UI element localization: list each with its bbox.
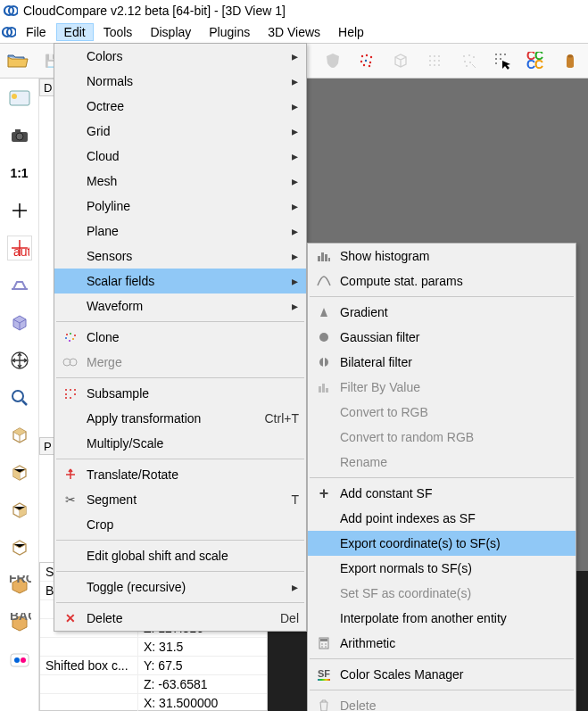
mi-compute-stat[interactable]: Compute stat. params <box>308 269 576 293</box>
mi-subsample[interactable]: Subsample <box>54 381 306 406</box>
svg-point-15 <box>429 60 431 62</box>
gaussian-icon <box>313 328 335 346</box>
mi-show-histogram[interactable]: Show histogram <box>308 244 576 269</box>
open-icon[interactable] <box>5 48 30 73</box>
view-sun-icon[interactable] <box>7 86 32 111</box>
menu-display[interactable]: Display <box>142 23 199 41</box>
mi-filter-value[interactable]: Filter By Value <box>308 375 576 400</box>
svg-point-11 <box>369 65 370 67</box>
mi-interpolate[interactable]: Interpolate from another entity <box>308 606 576 631</box>
mi-mesh[interactable]: Mesh▸ <box>54 169 306 194</box>
mi-segment[interactable]: ✂SegmentT <box>54 487 306 512</box>
mi-crop[interactable]: Crop <box>54 512 306 537</box>
mi-export-coord-sf[interactable]: Export coordinate(s) to SF(s) <box>308 531 576 556</box>
mi-delete[interactable]: ✕DeleteDel <box>54 606 306 631</box>
svg-point-8 <box>365 60 367 62</box>
scale-1-1-icon[interactable]: 1:1 <box>7 161 32 186</box>
svg-point-43 <box>16 133 23 140</box>
points-1-icon[interactable] <box>422 48 447 73</box>
mi-octree[interactable]: Octree▸ <box>54 94 306 119</box>
flickr-icon[interactable] <box>7 648 32 673</box>
svg-point-9 <box>369 62 371 63</box>
menu-help[interactable]: Help <box>330 23 372 41</box>
view-top-icon[interactable] <box>7 423 32 448</box>
svg-point-62 <box>74 335 76 336</box>
bag-icon[interactable] <box>558 48 583 73</box>
scalar-fields-submenu: Show histogram Compute stat. params Grad… <box>307 243 576 711</box>
segment-icon: ✂ <box>60 491 81 508</box>
mi-apply-transform[interactable]: Apply transformationCtrl+T <box>54 406 306 431</box>
mi-normals[interactable]: Normals▸ <box>54 69 306 94</box>
svg-point-30 <box>504 54 506 55</box>
svg-point-5 <box>366 54 368 56</box>
mi-clone[interactable]: Clone <box>54 325 306 350</box>
svg-point-17 <box>438 60 440 62</box>
mi-cloud[interactable]: Cloud▸ <box>54 144 306 169</box>
svg-point-60 <box>72 338 74 340</box>
view-back-icon[interactable] <box>7 535 32 560</box>
trash-icon <box>313 697 335 711</box>
mi-set-sf-coord[interactable]: Set SF as coordinate(s) <box>308 581 576 606</box>
mi-convert-rgb[interactable]: Convert to RGB <box>308 400 576 425</box>
level-icon[interactable] <box>7 273 32 298</box>
menu-tools[interactable]: Tools <box>95 23 141 41</box>
prop-shifted-x2: X: 31.500000 <box>138 694 267 711</box>
points-2-icon[interactable] <box>456 48 481 73</box>
view-front-icon[interactable] <box>7 460 32 485</box>
mi-waveform[interactable]: Waveform▸ <box>54 293 306 318</box>
view-left-icon[interactable] <box>7 498 32 523</box>
mi-convert-random-rgb[interactable]: Convert to random RGB <box>308 425 576 450</box>
mi-add-point-indexes[interactable]: Add point indexes as SF <box>308 506 576 531</box>
mi-merge[interactable]: Merge <box>54 350 306 375</box>
move-icon[interactable] <box>7 348 32 373</box>
mi-arithmetic[interactable]: Arithmetic <box>308 631 576 656</box>
mi-grid[interactable]: Grid▸ <box>54 119 306 144</box>
svg-point-71 <box>70 397 71 399</box>
svg-point-87 <box>325 646 327 648</box>
svg-point-61 <box>69 340 70 342</box>
svg-point-16 <box>434 60 435 62</box>
mi-rename[interactable]: Rename <box>308 450 576 475</box>
pick-rotation-icon[interactable] <box>7 198 32 223</box>
svg-point-56 <box>21 657 26 663</box>
mi-plane[interactable]: Plane▸ <box>54 219 306 244</box>
mi-export-normals-sf[interactable]: Export normals to SF(s) <box>308 556 576 581</box>
zoom-icon[interactable] <box>7 385 32 410</box>
cube-icon[interactable] <box>388 48 413 73</box>
svg-point-84 <box>321 643 323 645</box>
mi-bilateral[interactable]: Bilateral filter <box>308 350 576 375</box>
menu-plugins[interactable]: Plugins <box>201 23 258 41</box>
camera-icon[interactable] <box>7 123 32 148</box>
mi-translate-rotate[interactable]: Translate/Rotate <box>54 462 306 487</box>
mi-gaussian[interactable]: Gaussian filter <box>308 325 576 350</box>
svg-text:FRONT: FRONT <box>9 575 31 585</box>
menu-3dviews[interactable]: 3D Views <box>260 23 328 41</box>
prop-shifted-y: Y: 67.5 <box>138 657 267 674</box>
cc-color-icon[interactable]: CCCC <box>524 48 549 73</box>
back-label-icon[interactable]: BACK <box>7 610 32 635</box>
mi-multiply-scale[interactable]: Multiply/Scale <box>54 431 306 456</box>
iso-1-icon[interactable] <box>7 310 32 335</box>
mi-edit-global[interactable]: Edit global shift and scale <box>54 543 306 568</box>
mi-scalar-fields[interactable]: Scalar fields▸ <box>54 269 306 293</box>
shield-icon[interactable] <box>320 48 345 73</box>
svg-point-32 <box>500 58 501 60</box>
mi-toggle[interactable]: Toggle (recursive)▸ <box>54 575 306 599</box>
mi-sf-delete[interactable]: Delete <box>308 693 576 711</box>
points-cursor-icon[interactable] <box>490 48 515 73</box>
mi-color-scales[interactable]: SFColor Scales Manager <box>308 662 576 687</box>
points-red-icon[interactable] <box>354 48 379 73</box>
mi-sensors[interactable]: Sensors▸ <box>54 244 306 269</box>
svg-point-13 <box>434 55 435 57</box>
mi-polyline[interactable]: Polyline▸ <box>54 194 306 219</box>
front-label-icon[interactable]: FRONT <box>7 573 32 598</box>
menu-edit[interactable]: Edit <box>56 23 94 41</box>
mi-colors[interactable]: Colors▸ <box>54 44 306 69</box>
bilateral-icon <box>313 353 335 371</box>
auto-pick-icon[interactable]: auto <box>7 236 32 260</box>
window-title: CloudCompare v2.12 beta [64-bit] - [3D V… <box>23 4 286 18</box>
mi-gradient[interactable]: Gradient <box>308 300 576 325</box>
mi-add-constant-sf[interactable]: +Add constant SF <box>308 481 576 506</box>
menu-file[interactable]: File <box>18 23 54 41</box>
svg-rect-83 <box>320 639 327 641</box>
